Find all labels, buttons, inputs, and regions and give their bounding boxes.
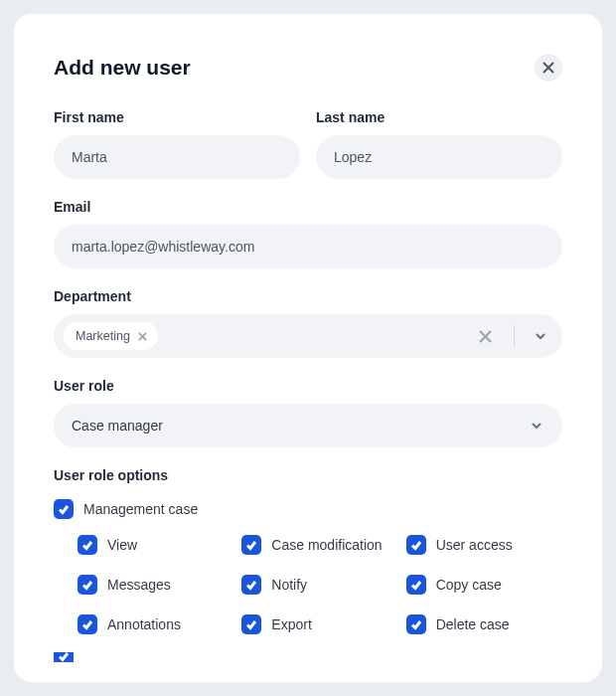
department-select[interactable]: Marketing <box>54 314 562 358</box>
user-role-select[interactable]: Case manager <box>54 404 562 447</box>
checkbox-export[interactable] <box>241 614 261 634</box>
role-options-grid: View Case modification User access Messa… <box>54 535 562 634</box>
checkbox-case-modification[interactable] <box>241 535 261 555</box>
option-row: Annotations <box>77 614 233 634</box>
department-label: Department <box>54 288 562 304</box>
check-icon <box>410 579 422 591</box>
check-icon <box>245 618 257 630</box>
option-label: Copy case <box>436 577 502 593</box>
check-icon <box>58 652 70 662</box>
option-label: User access <box>436 537 513 553</box>
option-label: View <box>107 537 137 553</box>
clear-department-button[interactable] <box>476 327 494 345</box>
last-name-input[interactable]: Lopez <box>316 135 562 179</box>
option-label: Messages <box>107 577 171 593</box>
add-user-modal: Add new user First name Marta Last name … <box>14 14 602 682</box>
department-tag: Marketing <box>64 322 158 350</box>
close-icon <box>479 330 492 343</box>
option-parent-row: Management case <box>54 499 562 519</box>
option-row: Export <box>241 614 397 634</box>
option-partial-row <box>54 652 562 662</box>
check-icon <box>81 579 93 591</box>
checkbox-view[interactable] <box>77 535 97 555</box>
check-icon <box>81 539 93 551</box>
check-icon <box>410 539 422 551</box>
checkbox-messages[interactable] <box>77 575 97 595</box>
user-role-value: Case manager <box>72 418 163 434</box>
last-name-value: Lopez <box>334 149 372 165</box>
department-tag-label: Marketing <box>76 329 130 343</box>
role-dropdown-toggle[interactable] <box>529 418 544 434</box>
close-button[interactable] <box>535 54 562 82</box>
option-label: Export <box>271 616 311 632</box>
first-name-value: Marta <box>72 149 107 165</box>
modal-header: Add new user <box>54 54 562 82</box>
close-icon <box>138 332 147 341</box>
first-name-label: First name <box>54 109 300 125</box>
option-label: Notify <box>271 577 307 593</box>
option-label: Case modification <box>271 537 382 553</box>
last-name-field-wrapper: Last name Lopez <box>316 109 562 179</box>
checkbox-user-access[interactable] <box>406 535 426 555</box>
modal-title: Add new user <box>54 56 191 80</box>
first-name-input[interactable]: Marta <box>54 135 300 179</box>
close-icon <box>542 62 554 74</box>
checkbox-delete-case[interactable] <box>406 614 426 634</box>
divider <box>514 325 515 347</box>
checkbox-management-case[interactable] <box>54 499 74 519</box>
check-icon <box>410 618 422 630</box>
email-input[interactable]: marta.lopez@whistleway.com <box>54 225 562 268</box>
option-parent-label: Management case <box>83 501 198 517</box>
email-label: Email <box>54 199 562 215</box>
option-row: Case modification <box>241 535 397 555</box>
last-name-label: Last name <box>316 109 562 125</box>
option-row: Messages <box>77 575 233 595</box>
remove-tag-button[interactable] <box>136 329 150 343</box>
check-icon <box>245 579 257 591</box>
check-icon <box>245 539 257 551</box>
first-name-field-wrapper: First name Marta <box>54 109 300 179</box>
email-value: marta.lopez@whistleway.com <box>72 239 254 255</box>
checkbox-notify[interactable] <box>241 575 261 595</box>
option-row: Delete case <box>406 614 562 634</box>
role-options-label: User role options <box>54 467 562 483</box>
check-icon <box>58 503 70 515</box>
user-role-label: User role <box>54 378 562 394</box>
option-label: Annotations <box>107 616 181 632</box>
checkbox-copy-case[interactable] <box>406 575 426 595</box>
department-dropdown-toggle[interactable] <box>533 328 548 344</box>
checkbox-annotations[interactable] <box>77 614 97 634</box>
checkbox-partial[interactable] <box>54 652 74 662</box>
option-row: Notify <box>241 575 397 595</box>
option-row: View <box>77 535 233 555</box>
option-label: Delete case <box>436 616 510 632</box>
chevron-down-icon <box>535 330 546 342</box>
option-row: Copy case <box>406 575 562 595</box>
check-icon <box>81 618 93 630</box>
chevron-down-icon <box>531 420 542 432</box>
option-row: User access <box>406 535 562 555</box>
